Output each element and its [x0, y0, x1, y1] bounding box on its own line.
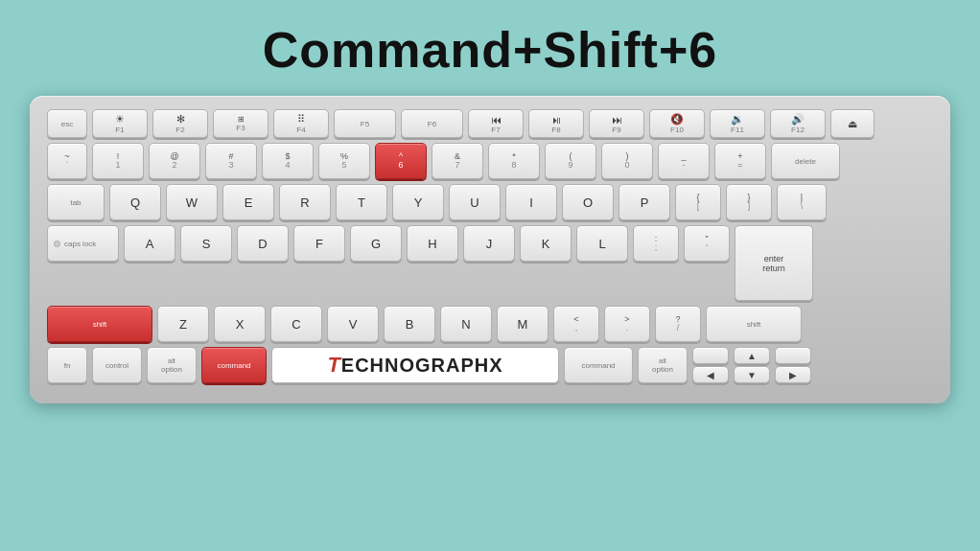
key-arrow-right-placeholder [775, 347, 811, 364]
key-7[interactable]: &7 [432, 143, 483, 179]
key-c[interactable]: C [270, 306, 322, 342]
key-2[interactable]: @2 [149, 143, 200, 179]
key-esc[interactable]: esc [47, 109, 87, 138]
key-x[interactable]: X [214, 306, 266, 342]
key-1[interactable]: !1 [92, 143, 144, 179]
key-command-left[interactable]: command [201, 347, 267, 383]
key-9[interactable]: (9 [545, 143, 596, 179]
key-f5[interactable]: F5 [334, 109, 396, 138]
key-5[interactable]: %5 [318, 143, 370, 179]
key-f6[interactable]: F6 [401, 109, 463, 138]
key-arrow-up[interactable]: ▲ [734, 347, 770, 364]
key-a[interactable]: A [124, 225, 175, 262]
key-8[interactable]: *8 [488, 143, 540, 179]
zxcv-row: shift Z X C V B N M <, >. ?/ shift [47, 306, 933, 342]
logo-text: TECHNOGRAPHX [327, 353, 502, 378]
key-e[interactable]: E [222, 184, 274, 220]
arrow-key-group: ▲ ◀ ▼ ▶ [692, 347, 811, 383]
function-key-row: esc ☀F1 ✻F2 ⊞F3 ⠿F4 F5 F6 ⏮F7 ⏯F8 ⏭F9 🔇F… [47, 109, 933, 138]
bottom-row: fn control altoption command TECHNOGRAPH… [47, 347, 933, 383]
key-v[interactable]: V [327, 306, 379, 342]
key-f3[interactable]: ⊞F3 [213, 109, 268, 138]
key-f[interactable]: F [293, 225, 345, 262]
key-r[interactable]: R [279, 184, 331, 220]
key-m[interactable]: M [497, 306, 548, 342]
key-arrow-right[interactable]: ▶ [775, 366, 811, 383]
key-h[interactable]: H [407, 225, 458, 262]
key-equals[interactable]: += [714, 143, 766, 179]
key-shift-left[interactable]: shift [47, 306, 152, 342]
key-6[interactable]: ^6 [375, 143, 427, 179]
key-f9[interactable]: ⏭F9 [589, 109, 644, 138]
number-key-row: ~` !1 @2 #3 $4 %5 ^6 &7 *8 (9 )0 _- += d… [47, 143, 933, 179]
key-spacebar[interactable]: TECHNOGRAPHX [271, 347, 559, 383]
key-comma[interactable]: <, [553, 306, 599, 342]
page-title: Command+Shift+6 [263, 21, 717, 79]
key-fn[interactable]: fn [47, 347, 87, 383]
key-eject[interactable]: ⏏ [830, 109, 875, 138]
key-slash[interactable]: ?/ [655, 306, 701, 342]
key-open-bracket[interactable]: {[ [675, 184, 721, 220]
asdf-row: caps lock A S D F G H J K L :; "' enterr… [47, 225, 933, 301]
key-option-left[interactable]: altoption [147, 347, 197, 383]
key-u[interactable]: U [449, 184, 501, 220]
key-s[interactable]: S [180, 225, 232, 262]
key-p[interactable]: P [618, 184, 670, 220]
key-capslock[interactable]: caps lock [47, 225, 119, 262]
key-i[interactable]: I [505, 184, 557, 220]
key-w[interactable]: W [166, 184, 218, 220]
key-y[interactable]: Y [392, 184, 444, 220]
key-t[interactable]: T [336, 184, 387, 220]
key-tab[interactable]: tab [47, 184, 105, 220]
key-delete[interactable]: delete [771, 143, 840, 179]
key-l[interactable]: L [576, 225, 628, 262]
key-f7[interactable]: ⏮F7 [468, 109, 524, 138]
key-n[interactable]: N [440, 306, 492, 342]
key-enter[interactable]: enterreturn [735, 225, 813, 301]
key-f1[interactable]: ☀F1 [92, 109, 148, 138]
keyboard: esc ☀F1 ✻F2 ⊞F3 ⠿F4 F5 F6 ⏮F7 ⏯F8 ⏭F9 🔇F… [30, 96, 950, 403]
key-j[interactable]: J [463, 225, 515, 262]
key-semicolon[interactable]: :; [633, 225, 679, 262]
key-q[interactable]: Q [109, 184, 161, 220]
key-backslash[interactable]: |\ [777, 184, 827, 220]
key-option-right[interactable]: altoption [638, 347, 688, 383]
key-tilde[interactable]: ~` [47, 143, 87, 179]
key-quote[interactable]: "' [684, 225, 730, 262]
key-close-bracket[interactable]: }] [726, 184, 772, 220]
key-period[interactable]: >. [604, 306, 650, 342]
key-f4[interactable]: ⠿F4 [273, 109, 329, 138]
key-control[interactable]: control [92, 347, 142, 383]
key-g[interactable]: G [350, 225, 402, 262]
key-f11[interactable]: 🔉F11 [710, 109, 765, 138]
key-f12[interactable]: 🔊F12 [770, 109, 826, 138]
key-4[interactable]: $4 [262, 143, 314, 179]
key-arrow-left-placeholder [692, 347, 729, 364]
key-f8[interactable]: ⏯F8 [528, 109, 584, 138]
key-3[interactable]: #3 [205, 143, 257, 179]
key-b[interactable]: B [384, 306, 435, 342]
key-arrow-left[interactable]: ◀ [692, 366, 729, 383]
key-0[interactable]: )0 [601, 143, 653, 179]
key-z[interactable]: Z [157, 306, 209, 342]
key-f10[interactable]: 🔇F10 [649, 109, 705, 138]
key-d[interactable]: D [237, 225, 289, 262]
key-f2[interactable]: ✻F2 [152, 109, 208, 138]
key-arrow-down[interactable]: ▼ [734, 366, 770, 383]
key-command-right[interactable]: command [564, 347, 633, 383]
key-o[interactable]: O [562, 184, 614, 220]
key-k[interactable]: K [520, 225, 572, 262]
qwerty-row: tab Q W E R T Y U I O P {[ }] |\ [47, 184, 933, 220]
key-shift-right[interactable]: shift [706, 306, 802, 342]
key-minus[interactable]: _- [658, 143, 710, 179]
